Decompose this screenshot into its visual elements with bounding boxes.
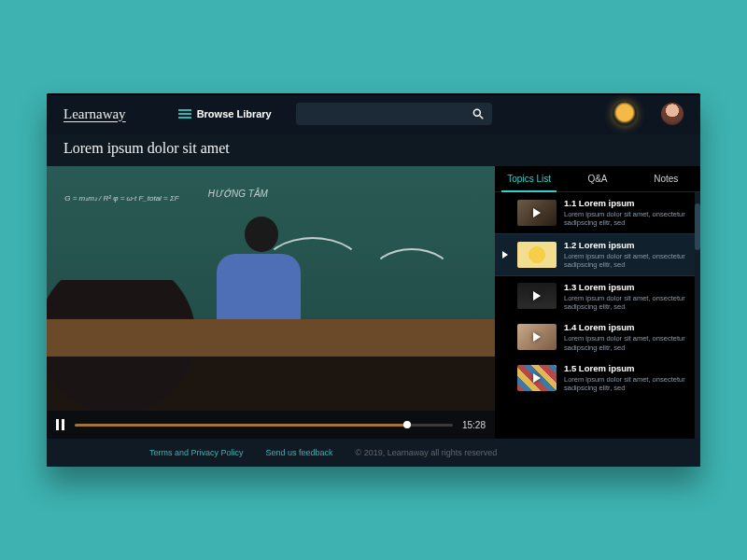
progress-knob[interactable] bbox=[403, 421, 411, 428]
lesson-title-row: Lorem ipsum dolor sit amet bbox=[47, 134, 700, 166]
topic-thumbnail bbox=[517, 200, 557, 226]
tab-notes[interactable]: Notes bbox=[632, 166, 700, 191]
topic-thumbnail bbox=[517, 242, 557, 268]
topic-item[interactable]: 1.4 Lorem ipsum Lorem ipsum dolor sit am… bbox=[495, 316, 700, 357]
sidebar-tabs: Topics List Q&A Notes bbox=[495, 166, 700, 192]
lesson-sidebar: Topics List Q&A Notes 1.1 Lorem ipsum Lo… bbox=[495, 166, 700, 439]
tab-topics-list[interactable]: Topics List bbox=[495, 166, 563, 191]
topic-item[interactable]: 1.5 Lorem ipsum Lorem ipsum dolor sit am… bbox=[495, 357, 700, 399]
teacher-figure bbox=[217, 217, 301, 357]
topic-title: 1.3 Lorem ipsum bbox=[564, 282, 693, 292]
tab-qa[interactable]: Q&A bbox=[563, 166, 631, 191]
logo[interactable]: Learnaway bbox=[63, 106, 126, 122]
topic-desc: Lorem ipsum dolor sit amet, onsectetur s… bbox=[564, 252, 693, 270]
footer: Terms and Privacy Policy Send us feedbac… bbox=[47, 439, 700, 467]
chalkboard-title: HƯỚNG TÂM bbox=[208, 188, 268, 201]
video-frame: G = m₁m₂ / R² φ = ω·t F_total = ΣF HƯỚNG… bbox=[47, 166, 495, 439]
topic-title: 1.4 Lorem ipsum bbox=[564, 322, 693, 332]
menu-icon bbox=[178, 109, 191, 119]
svg-point-0 bbox=[473, 109, 480, 116]
scrollbar-thumb[interactable] bbox=[695, 203, 700, 250]
progress-bar[interactable] bbox=[75, 424, 453, 427]
top-bar: Learnaway Browse Library bbox=[47, 93, 700, 134]
topic-title: 1.2 Lorem ipsum bbox=[564, 240, 693, 250]
topics-list[interactable]: 1.1 Lorem ipsum Lorem ipsum dolor sit am… bbox=[495, 192, 700, 439]
chalkboard-notes: G = m₁m₂ / R² φ = ω·t F_total = ΣF bbox=[64, 193, 179, 203]
duration-label: 15:28 bbox=[462, 420, 486, 430]
footer-terms-link[interactable]: Terms and Privacy Policy bbox=[149, 448, 244, 457]
topic-desc: Lorem ipsum dolor sit amet, onsectetur s… bbox=[564, 334, 693, 352]
main-area: G = m₁m₂ / R² φ = ω·t F_total = ΣF HƯỚNG… bbox=[47, 166, 700, 439]
footer-copyright: © 2019, Learnaway all rights reserved bbox=[356, 448, 498, 457]
search-icon bbox=[472, 107, 485, 120]
lesson-title: Lorem ipsum dolor sit amet bbox=[63, 140, 684, 157]
topic-item[interactable]: 1.3 Lorem ipsum Lorem ipsum dolor sit am… bbox=[495, 276, 700, 317]
topic-item[interactable]: 1.1 Lorem ipsum Lorem ipsum dolor sit am… bbox=[495, 192, 700, 233]
svg-line-1 bbox=[479, 116, 483, 119]
topic-thumbnail bbox=[517, 324, 557, 350]
video-player[interactable]: G = m₁m₂ / R² φ = ω·t F_total = ΣF HƯỚNG… bbox=[47, 166, 495, 439]
topic-thumbnail bbox=[517, 365, 557, 391]
topic-thumbnail bbox=[517, 283, 557, 309]
lightbulb-icon[interactable] bbox=[613, 102, 637, 126]
browse-library-button[interactable]: Browse Library bbox=[178, 108, 272, 119]
topic-title: 1.5 Lorem ipsum bbox=[564, 363, 693, 373]
topic-title: 1.1 Lorem ipsum bbox=[564, 198, 693, 208]
player-controls: 15:28 bbox=[47, 411, 495, 439]
topic-desc: Lorem ipsum dolor sit amet, onsectetur s… bbox=[564, 210, 693, 228]
pause-button[interactable] bbox=[56, 419, 65, 430]
topic-item[interactable]: 1.2 Lorem ipsum Lorem ipsum dolor sit am… bbox=[495, 233, 700, 276]
footer-feedback-link[interactable]: Send us feedback bbox=[266, 448, 333, 457]
topic-desc: Lorem ipsum dolor sit amet, onsectetur s… bbox=[564, 294, 693, 312]
app-window: Learnaway Browse Library Lorem ipsum dol… bbox=[47, 93, 700, 467]
topic-desc: Lorem ipsum dolor sit amet, onsectetur s… bbox=[564, 375, 693, 393]
play-icon bbox=[502, 251, 508, 259]
search-input[interactable] bbox=[296, 103, 492, 125]
user-avatar[interactable] bbox=[661, 103, 684, 125]
browse-label: Browse Library bbox=[197, 108, 272, 119]
